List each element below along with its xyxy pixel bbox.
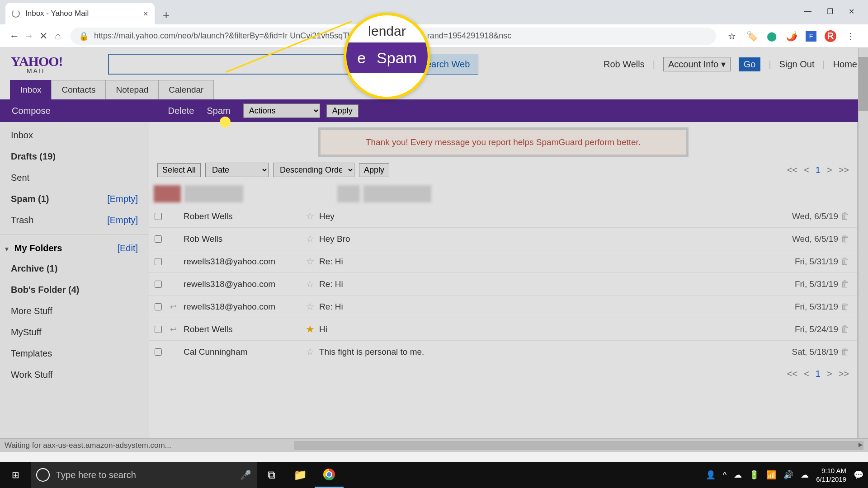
trash-icon[interactable]: 🗑 [838,234,852,244]
email-checkbox[interactable] [155,348,162,356]
page-last[interactable]: >> [839,165,849,175]
close-icon[interactable]: ✕ [849,7,854,16]
folder-templates[interactable]: Templates [0,343,149,364]
sort-apply-button[interactable]: Apply [359,163,389,177]
email-row[interactable]: Robert Wells☆HeyWed, 6/5/19🗑 [149,205,857,228]
stop-button[interactable]: ✕ [36,30,51,42]
volume-icon[interactable]: 🔊 [783,470,793,480]
email-row[interactable]: Cal Cunningham☆This fight is personal to… [149,341,857,363]
bookmark-star-icon[interactable]: ☆ [726,30,738,42]
star-icon[interactable]: ☆ [306,256,319,267]
email-row[interactable]: rewells318@yahoo.com☆Re: HiFri, 5/31/19🗑 [149,250,857,273]
page-scrollbar[interactable] [858,48,868,438]
home-button[interactable]: ⌂ [51,30,65,42]
tray-chevron-icon[interactable]: ^ [723,470,726,480]
folder-work-stuff[interactable]: Work Stuff [0,364,149,385]
star-icon[interactable]: ☆ [306,301,319,313]
email-row[interactable]: ↩Robert Wells★HiFri, 5/24/19🗑 [149,318,857,341]
my-folders-header[interactable]: ▼My Folders [Edit] [0,239,149,258]
wifi-icon[interactable]: 📶 [766,470,776,480]
trash-icon[interactable]: 🗑 [838,347,852,357]
sort-field-dropdown[interactable]: Date [205,163,269,177]
new-tab-button[interactable]: + [163,8,170,22]
tab-close-icon[interactable]: × [143,9,148,19]
battery-icon[interactable]: 🔋 [749,470,759,480]
trash-icon[interactable]: 🗑 [838,301,852,312]
apply-button[interactable]: Apply [326,104,359,117]
sort-order-dropdown[interactable]: Descending Order [273,163,354,177]
email-checkbox[interactable] [155,213,162,220]
microphone-icon[interactable]: 🎤 [240,469,251,480]
browser-tab[interactable]: Inbox - Yahoo Mail × [5,3,155,24]
folder-drafts[interactable]: Drafts (19) [0,146,149,167]
account-info-dropdown[interactable]: Account Info ▾ [663,57,731,71]
back-button[interactable]: ← [7,30,22,42]
email-row[interactable]: Rob Wells☆Hey BroWed, 6/5/19🗑 [149,228,857,250]
yahoo-logo[interactable]: YAHOO! MAIL [11,54,63,75]
page-next[interactable]: > [827,369,832,379]
forward-button[interactable]: → [22,30,36,42]
file-explorer-icon[interactable]: 📁 [286,462,315,488]
folder-bobs[interactable]: Bob's Folder (4) [0,279,149,300]
extension-icon[interactable]: F [806,31,816,42]
trash-icon[interactable]: 🗑 [838,256,852,267]
cortana-search[interactable]: Type here to search 🎤 [31,462,257,488]
page-current[interactable]: 1 [816,165,821,175]
page-prev[interactable]: < [804,165,809,175]
minimize-icon[interactable]: — [804,7,811,16]
page-next[interactable]: > [827,165,832,175]
onedrive-icon[interactable]: ☁ [734,470,742,480]
email-checkbox[interactable] [155,281,162,288]
people-icon[interactable]: 👤 [706,470,716,480]
page-current[interactable]: 1 [816,369,821,379]
extension-icon[interactable]: ⬤ [766,30,778,42]
star-icon[interactable]: ☆ [306,346,319,358]
task-view-icon[interactable]: ⧉ [257,462,286,488]
horizontal-scrollbar[interactable] [294,441,863,450]
folder-mystuff[interactable]: MyStuff [0,322,149,343]
maximize-icon[interactable]: ❐ [827,7,833,16]
compose-button[interactable]: Compose [0,106,62,116]
empty-spam-link[interactable]: [Empty] [107,194,138,204]
folder-inbox[interactable]: Inbox [0,125,149,146]
email-checkbox[interactable] [155,258,162,265]
page-last[interactable]: >> [839,369,849,379]
actions-dropdown[interactable]: Actions [243,103,320,118]
star-icon[interactable]: ☆ [306,211,319,222]
trash-icon[interactable]: 🗑 [838,324,852,334]
chrome-icon[interactable] [315,462,344,488]
start-button[interactable]: ⊞ [0,462,31,488]
select-all-button[interactable]: Select All [157,163,201,177]
action-center-icon[interactable]: 💬 [854,470,863,480]
star-icon[interactable]: ☆ [306,278,319,290]
spam-button[interactable]: Spam [200,106,236,116]
email-checkbox[interactable] [155,326,162,333]
edit-folders-link[interactable]: [Edit] [117,243,138,253]
profile-avatar[interactable]: R [825,30,836,42]
email-checkbox[interactable] [155,235,162,243]
folder-sent[interactable]: Sent [0,167,149,188]
home-link[interactable]: Home [833,59,857,70]
page-first[interactable]: << [787,165,797,175]
page-first[interactable]: << [787,369,797,379]
user-name[interactable]: Rob Wells [604,59,645,70]
page-prev[interactable]: < [804,369,809,379]
email-row[interactable]: rewells318@yahoo.com☆Re: HiFri, 5/31/19🗑 [149,273,857,296]
star-icon[interactable]: ☆ [306,233,319,245]
folder-more-stuff[interactable]: More Stuff [0,300,149,322]
tab-notepad[interactable]: Notepad [105,80,159,99]
email-row[interactable]: ↩rewells318@yahoo.com☆Re: HiFri, 5/31/19… [149,296,857,318]
go-button[interactable]: Go [739,57,761,71]
folder-archive[interactable]: Archive (1) [0,258,149,279]
chrome-menu-icon[interactable]: ⋮ [844,30,856,42]
folder-trash[interactable]: Trash [Empty] [0,210,149,231]
clock[interactable]: 9:10 AM 6/11/2019 [816,466,846,484]
star-icon[interactable]: ★ [306,324,319,335]
extension-icon[interactable]: 🌶️ [786,30,797,42]
delete-button[interactable]: Delete [162,106,201,116]
folder-spam[interactable]: Spam (1) [Empty] [0,188,149,210]
sign-out-link[interactable]: Sign Out [779,59,815,70]
cloud-icon[interactable]: ☁ [801,470,809,480]
email-checkbox[interactable] [155,303,162,310]
trash-icon[interactable]: 🗑 [838,211,852,221]
